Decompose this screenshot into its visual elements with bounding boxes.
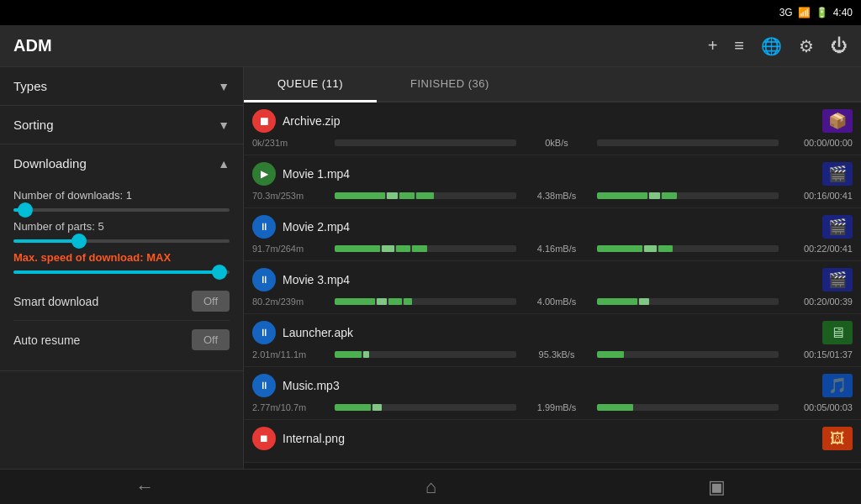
- smart-download-toggle[interactable]: Off: [192, 291, 230, 312]
- item-name: Music.mp3: [283, 379, 816, 392]
- progress-bar-2: [597, 245, 779, 252]
- ps3: [396, 245, 410, 252]
- progress-bar: [335, 351, 516, 358]
- list-item[interactable]: ⏸ Movie 3.mp4 🎬 80.2m/239m 4.00mB/s: [244, 261, 861, 314]
- sorting-label: Sorting: [13, 118, 54, 132]
- main-layout: Types ▼ Sorting ▼ Downloading ▲ Number o…: [0, 67, 861, 469]
- status-icon: ⏹: [252, 109, 276, 133]
- max-speed-text: Max. speed of download:: [13, 251, 146, 264]
- item-name: Movie 3.mp4: [283, 273, 816, 286]
- sidebar: Types ▼ Sorting ▼ Downloading ▲ Number o…: [0, 67, 244, 469]
- settings-icon[interactable]: ⚙: [799, 36, 814, 56]
- progress-bar: [335, 192, 516, 199]
- sidebar-section-types: Types ▼: [0, 67, 243, 106]
- smart-download-row: Smart download Off: [13, 282, 230, 321]
- menu-button[interactable]: ≡: [734, 36, 744, 55]
- num-parts-slider[interactable]: [13, 239, 230, 243]
- item-size: 0k/231m: [252, 138, 328, 148]
- auto-resume-label: Auto resume: [13, 333, 80, 347]
- item-progress-row: 2.77m/10.7m 1.99mB/s 00:05/00:03: [252, 402, 853, 412]
- signal-icon: 📶: [798, 7, 811, 18]
- item-speed: 0kB/s: [523, 138, 590, 148]
- num-downloads-slider[interactable]: [13, 208, 230, 212]
- status-icon: ⏸: [252, 215, 276, 239]
- list-item[interactable]: ⏸ Movie 2.mp4 🎬 91.7m/264m 4.16mB/s: [244, 208, 861, 261]
- num-parts-thumb[interactable]: [71, 234, 87, 249]
- max-speed-slider-container: [13, 270, 230, 274]
- item-size: 91.7m/264m: [252, 244, 328, 254]
- progress-bar: [335, 139, 516, 146]
- recent-button[interactable]: ▣: [708, 476, 726, 498]
- num-parts-fill: [13, 239, 78, 243]
- globe-icon[interactable]: 🌐: [761, 36, 782, 56]
- item-name: Movie 1.mp4: [283, 167, 816, 181]
- item-size: 70.3m/253m: [252, 191, 328, 201]
- ps1: [335, 245, 380, 252]
- list-item[interactable]: ⏹ Internal.png 🖼: [244, 420, 861, 463]
- item-header: ⏹ Archive.zip 📦: [252, 109, 853, 133]
- list-item[interactable]: ⏸ Music.mp3 🎵 2.77m/10.7m 1.99mB/s 00:05…: [244, 367, 861, 420]
- progress-bar: [335, 404, 516, 411]
- ps1: [335, 404, 371, 411]
- max-speed-fill: [13, 270, 219, 274]
- content-area: QUEUE (11) FINISHED (36) ⏹ Archive.zip 📦…: [244, 67, 861, 469]
- ps7: [662, 192, 676, 199]
- item-time: 00:20/00:39: [785, 297, 853, 307]
- item-header: ⏸ Movie 2.mp4 🎬: [252, 215, 853, 239]
- list-item[interactable]: ⏸ Launcher.apk 🖥 2.01m/11.1m 95.3kB/s 00…: [244, 314, 861, 367]
- ps1: [335, 298, 375, 305]
- tabs: QUEUE (11) FINISHED (36): [244, 67, 861, 102]
- downloading-chevron: ▲: [218, 157, 230, 171]
- progress-bar: [335, 245, 516, 252]
- num-downloads-slider-container: [13, 208, 230, 212]
- power-icon[interactable]: ⏻: [831, 36, 848, 55]
- ps4: [416, 192, 435, 199]
- item-speed: 4.38mB/s: [523, 191, 590, 201]
- ps5: [597, 192, 647, 199]
- item-time: 00:16/00:41: [785, 191, 853, 201]
- item-size: 2.01m/11.1m: [252, 349, 328, 360]
- auto-resume-toggle[interactable]: Off: [192, 329, 230, 350]
- ps2: [387, 192, 398, 199]
- item-progress-row: 70.3m/253m 4.38mB/s 00:16/00:41: [252, 191, 853, 201]
- item-thumbnail: 🎬: [822, 162, 853, 186]
- ps3: [388, 298, 401, 305]
- tab-finished[interactable]: FINISHED (36): [377, 67, 523, 101]
- item-name: Movie 2.mp4: [283, 220, 816, 234]
- max-speed-thumb[interactable]: [212, 265, 227, 280]
- home-button[interactable]: ⌂: [425, 476, 436, 498]
- item-progress-row: 2.01m/11.1m 95.3kB/s 00:15/01:37: [252, 349, 853, 360]
- max-speed-label: Max. speed of download: MAX: [13, 251, 230, 264]
- ps1: [335, 192, 385, 199]
- progress-bar-2: [597, 298, 779, 305]
- list-item[interactable]: ▶ Movie 1.mp4 🎬 70.3m/253m 4.38mB/s: [244, 155, 861, 208]
- item-progress-row: 91.7m/264m 4.16mB/s 00:22/00:41: [252, 244, 853, 254]
- ps4: [412, 245, 426, 252]
- item-time: 00:15/01:37: [785, 349, 853, 360]
- item-thumbnail: 🖼: [822, 427, 853, 450]
- toolbar: ADM + ≡ 🌐 ⚙ ⏻: [0, 25, 861, 67]
- num-parts-label: Number of parts: 5: [13, 220, 230, 233]
- types-header[interactable]: Types ▼: [0, 67, 243, 105]
- add-button[interactable]: +: [708, 36, 718, 55]
- item-time: 00:05/00:03: [785, 402, 853, 412]
- back-button[interactable]: ←: [135, 476, 154, 498]
- download-list: ⏹ Archive.zip 📦 0k/231m 0kB/s 00:00/00:0…: [244, 102, 861, 469]
- num-downloads-thumb[interactable]: [18, 202, 33, 218]
- item-name: Launcher.apk: [283, 326, 816, 339]
- ps3: [597, 404, 633, 411]
- downloading-header[interactable]: Downloading ▲: [0, 144, 243, 182]
- tab-queue[interactable]: QUEUE (11): [244, 67, 377, 102]
- smart-download-label: Smart download: [13, 295, 98, 308]
- max-speed-slider[interactable]: [13, 270, 230, 274]
- item-header: ⏸ Music.mp3 🎵: [252, 374, 853, 397]
- ps7: [658, 245, 673, 252]
- item-speed: 4.16mB/s: [523, 244, 590, 254]
- list-item[interactable]: ⏹ Archive.zip 📦 0k/231m 0kB/s 00:00/00:0…: [244, 102, 861, 155]
- auto-resume-row: Auto resume Off: [13, 321, 230, 359]
- sorting-header[interactable]: Sorting ▼: [0, 106, 243, 144]
- num-downloads-label: Number of downloads: 1: [13, 189, 230, 202]
- item-header: ▶ Movie 1.mp4 🎬: [252, 162, 853, 186]
- ps5: [597, 298, 637, 305]
- item-thumbnail: 🖥: [822, 321, 853, 344]
